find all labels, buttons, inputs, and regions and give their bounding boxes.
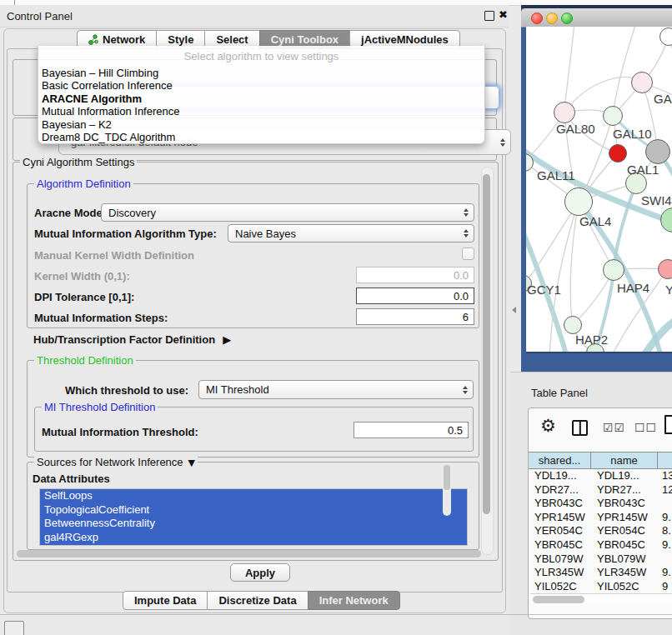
mi-threshold-group-title: MI Threshold Definition: [42, 401, 158, 413]
table-cell: 13: [658, 469, 672, 483]
algorithm-option-basic-correlation-inference[interactable]: Basic Correlation Inference: [38, 79, 484, 92]
minimized-panel-icon[interactable]: [4, 621, 24, 635]
network-node[interactable]: [603, 106, 623, 126]
attribute-item-selfloops[interactable]: SelfLoops: [40, 489, 467, 503]
zoom-window-icon[interactable]: [561, 12, 573, 24]
network-node[interactable]: [609, 144, 627, 162]
data-attributes-label: Data Attributes: [33, 472, 110, 485]
table-row[interactable]: YDL19...YDL19...13: [529, 469, 672, 483]
bottom-tab-impute-data[interactable]: Impute Data: [123, 591, 208, 610]
float-window-icon[interactable]: [484, 11, 494, 21]
dpi-tolerance-label: DPI Tolerance [0,1]:: [34, 291, 134, 303]
cyni-algorithm-settings-group: Cyni Algorithm Settings Algorithm Defini…: [13, 162, 499, 561]
tab-label: Style: [168, 33, 193, 46]
threshold-definition-title: Threshold Definition: [34, 354, 136, 367]
algorithm-option-dream8-dc-tdc-algorithm[interactable]: Dream8 DC_TDC Algorithm: [38, 131, 484, 143]
tab-label: Select: [216, 33, 248, 46]
network-node[interactable]: [564, 188, 593, 216]
export-table-icon[interactable]: [664, 415, 672, 434]
table-cell: YLR345W: [591, 566, 658, 580]
tab-label: Cyni Toolbox: [271, 33, 339, 46]
bottom-tab-infer-network[interactable]: Infer Network: [308, 591, 400, 610]
settings-gear-icon[interactable]: ⚙: [540, 416, 556, 436]
table-panel-region: Table Panel ⚙ ☑☑ ☐☐ shared...name YDL19.…: [510, 372, 672, 635]
apply-button[interactable]: Apply: [230, 563, 290, 582]
table-header: shared...name: [529, 452, 672, 469]
column-header-name[interactable]: name: [591, 452, 658, 469]
algorithm-definition-group: Algorithm Definition Aracne Mode: Discov…: [27, 183, 479, 328]
table-cell: YBL079W: [529, 552, 591, 567]
network-window: GALGAL80GAL10GAL11GAL1SWI4GAL4GCY1HAP4YH…: [521, 5, 672, 372]
minimize-window-icon[interactable]: [546, 12, 558, 24]
algorithm-dropdown-popup: Select algorithm to view settings Bayesi…: [38, 46, 485, 144]
node-label-gcy1: GCY1: [527, 282, 561, 297]
bottom-tab-discretize-data[interactable]: Discretize Data: [207, 591, 308, 610]
splitter-collapse-arrow[interactable]: [512, 307, 516, 313]
table-cell: YBR045C: [591, 538, 658, 552]
sources-group-title: Sources for Network Inference▼: [34, 456, 198, 468]
which-threshold-combobox[interactable]: MI Threshold: [198, 380, 474, 399]
select-all-icon[interactable]: ☑☑: [603, 421, 625, 434]
deselect-all-icon[interactable]: ☐☐: [634, 421, 657, 434]
node-label-gal80: GAL80: [556, 122, 595, 136]
scrollbar-thumb[interactable]: [483, 174, 490, 514]
table-cell: YBL079W: [591, 552, 658, 567]
bottom-divider: [0, 614, 672, 615]
column-header-extra[interactable]: [658, 452, 672, 469]
table-row[interactable]: YBR045CYBR045C9.: [529, 538, 672, 552]
tab-label: Infer Network: [319, 594, 389, 607]
manual-kernel-width-checkbox[interactable]: [462, 248, 474, 260]
algorithm-option-mutual-information-inference[interactable]: Mutual Information Inference: [38, 105, 484, 118]
combo-arrows-icon: [464, 208, 469, 217]
kernel-width-field[interactable]: [356, 267, 474, 283]
close-window-icon[interactable]: [531, 12, 543, 24]
table-cell: 12: [658, 483, 672, 498]
algorithm-option-bayesian-k2[interactable]: Bayesian – K2: [38, 118, 484, 131]
table-row[interactable]: YBR043CYBR043C: [529, 497, 672, 511]
table-cell: YBR045C: [529, 538, 591, 552]
algorithm-option-aracne-algorithm[interactable]: ARACNE Algorithm: [38, 92, 484, 105]
table-cell: YDL19...: [529, 469, 591, 483]
dpi-tolerance-field[interactable]: [356, 288, 474, 304]
column-header-shared[interactable]: shared...: [529, 452, 591, 469]
network-node[interactable]: [554, 102, 575, 123]
close-panel-icon[interactable]: ✖: [499, 8, 508, 21]
node-label-gal10: GAL10: [613, 127, 652, 141]
network-node[interactable]: [645, 139, 670, 164]
settings-horizontal-scrollbar[interactable]: [17, 550, 481, 558]
control-panel-title: Control Panel: [7, 10, 73, 22]
attribute-item-betweennesscentrality[interactable]: BetweennessCentrality: [40, 517, 467, 531]
table-row[interactable]: YER054CYER054C8.: [529, 524, 672, 538]
hub-definition-toggle[interactable]: Hub/Transcription Factor Definition ▶: [33, 333, 231, 346]
mi-algorithm-type-value: Naive Bayes: [235, 228, 296, 240]
aracne-mode-combobox[interactable]: Discovery: [101, 203, 474, 222]
network-node[interactable]: [564, 316, 582, 334]
scrollbar-thumb[interactable]: [444, 465, 450, 490]
mi-algorithm-type-combobox[interactable]: Naive Bayes: [228, 224, 474, 242]
data-attributes-list[interactable]: SelfLoopsTopologicalCoefficientBetweenne…: [39, 488, 468, 546]
network-node[interactable]: [631, 72, 653, 93]
network-node[interactable]: [659, 28, 672, 46]
network-node[interactable]: [658, 259, 672, 279]
attribute-item-topologicalcoefficient[interactable]: TopologicalCoefficient: [40, 503, 467, 518]
network-node[interactable]: [603, 259, 624, 281]
attribute-item-gal4rgexp[interactable]: gal4RGexp: [40, 531, 467, 545]
tab-label: Network: [103, 33, 145, 46]
mi-steps-field[interactable]: [356, 308, 474, 325]
table-row[interactable]: YLR345WYLR345W9.: [529, 566, 672, 580]
algorithm-option-bayesian-hill-climbing[interactable]: Bayesian – Hill Climbing: [38, 67, 484, 79]
settings-vertical-scrollbar[interactable]: [481, 167, 494, 555]
table-row[interactable]: YBL079WYBL079W: [529, 552, 672, 567]
table-row[interactable]: YPR145WYPR145W9.: [529, 511, 672, 525]
mi-threshold-field[interactable]: [354, 422, 469, 438]
scrollbar-thumb[interactable]: [533, 596, 584, 603]
table-row[interactable]: YDR27...YDR27...12: [529, 483, 672, 498]
network-window-titlebar[interactable]: [521, 8, 672, 28]
table-hscrollbar[interactable]: [530, 593, 672, 605]
table-cell: YPR145W: [529, 511, 591, 525]
split-columns-icon[interactable]: [572, 420, 588, 436]
network-canvas[interactable]: GALGAL80GAL10GAL11GAL1SWI4GAL4GCY1HAP4YH…: [526, 27, 672, 352]
expanded-arrow-icon[interactable]: ▼: [188, 458, 195, 468]
table-row[interactable]: YIL052CYIL052C9: [529, 580, 672, 594]
attributes-list-scrollbar[interactable]: [443, 464, 451, 516]
